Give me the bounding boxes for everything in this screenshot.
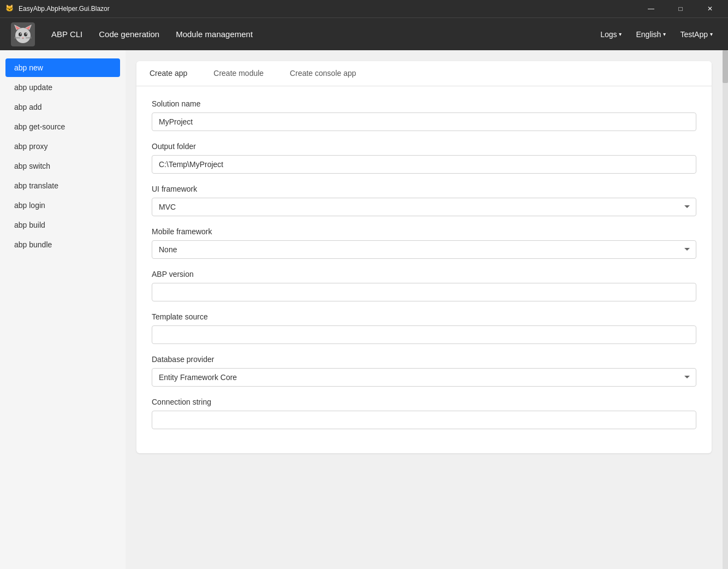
form-group-output-folder: Output folder (152, 142, 696, 174)
svg-point-8 (20, 33, 21, 34)
input-connection-string[interactable] (152, 411, 696, 429)
sidebar-item-abp-new[interactable]: abp new (5, 58, 120, 77)
label-solution-name: Solution name (152, 99, 696, 108)
close-button[interactable]: ✕ (697, 0, 723, 17)
form-group-ui-framework: UI framework MVC Angular Blazor None (152, 185, 696, 216)
svg-point-1 (15, 28, 31, 43)
sidebar-item-abp-get-source[interactable]: abp get-source (5, 117, 120, 136)
scrollbar-thumb[interactable] (723, 50, 728, 83)
nav-module-management[interactable]: Module management (176, 26, 253, 42)
sidebar-item-abp-switch[interactable]: abp switch (5, 157, 120, 175)
content-area: Create app Create module Create console … (126, 50, 723, 569)
sidebar-item-abp-update[interactable]: abp update (5, 78, 120, 97)
tab-create-module[interactable]: Create module (200, 61, 277, 86)
form-group-connection-string: Connection string (152, 398, 696, 429)
input-solution-name[interactable] (152, 112, 696, 131)
label-template-source: Template source (152, 312, 696, 321)
label-output-folder: Output folder (152, 142, 696, 151)
logs-dropdown-arrow: ▾ (619, 31, 622, 37)
window-controls: — □ ✕ (639, 0, 723, 17)
language-dropdown-arrow: ▾ (663, 31, 666, 37)
app-icon: 🐱 (5, 4, 14, 13)
form-group-solution-name: Solution name (152, 99, 696, 131)
sidebar-item-abp-bundle[interactable]: abp bundle (5, 235, 120, 254)
label-database-provider: Database provider (152, 355, 696, 364)
language-dropdown[interactable]: English ▾ (631, 28, 670, 41)
sidebar-item-abp-build[interactable]: abp build (5, 216, 120, 234)
scrollbar[interactable] (723, 50, 728, 569)
svg-point-7 (24, 32, 27, 36)
sidebar: abp new abp update abp add abp get-sourc… (0, 50, 126, 569)
minimize-button[interactable]: — (639, 0, 664, 17)
select-mobile-framework[interactable]: None React Native MAUI (152, 240, 696, 259)
app-dropdown-arrow: ▾ (710, 31, 713, 37)
form-group-abp-version: ABP version (152, 270, 696, 301)
tab-create-console-app[interactable]: Create console app (277, 61, 369, 86)
input-abp-version[interactable] (152, 283, 696, 301)
input-output-folder[interactable] (152, 155, 696, 174)
form-group-database-provider: Database provider Entity Framework Core … (152, 355, 696, 387)
select-database-provider[interactable]: Entity Framework Core MongoDB None (152, 368, 696, 387)
app-logo (11, 22, 35, 46)
input-template-source[interactable] (152, 325, 696, 344)
label-connection-string: Connection string (152, 398, 696, 406)
tabs-bar: Create app Create module Create console … (136, 61, 712, 86)
language-label: English (636, 30, 661, 39)
maximize-button[interactable]: □ (668, 0, 693, 17)
header: ABP CLI Code generation Module managemen… (0, 17, 728, 50)
select-ui-framework[interactable]: MVC Angular Blazor None (152, 198, 696, 216)
nav-abp-cli[interactable]: ABP CLI (51, 26, 82, 42)
main-nav: ABP CLI Code generation Module managemen… (51, 26, 596, 42)
form-group-mobile-framework: Mobile framework None React Native MAUI (152, 227, 696, 259)
form-group-template-source: Template source (152, 312, 696, 344)
logs-dropdown[interactable]: Logs ▾ (596, 28, 626, 41)
label-abp-version: ABP version (152, 270, 696, 278)
label-ui-framework: UI framework (152, 185, 696, 193)
sidebar-item-abp-login[interactable]: abp login (5, 196, 120, 215)
app-dropdown[interactable]: TestApp ▾ (676, 28, 717, 41)
svg-point-6 (19, 32, 22, 36)
header-right: Logs ▾ English ▾ TestApp ▾ (596, 28, 717, 41)
title-bar: 🐱 EasyAbp.AbpHelper.Gui.Blazor — □ ✕ (0, 0, 728, 17)
content-card: Create app Create module Create console … (136, 61, 712, 453)
logs-label: Logs (600, 30, 617, 39)
app-title: EasyAbp.AbpHelper.Gui.Blazor (19, 5, 639, 13)
svg-point-9 (26, 33, 27, 34)
tab-create-app[interactable]: Create app (136, 61, 200, 86)
main-layout: abp new abp update abp add abp get-sourc… (0, 50, 728, 569)
label-mobile-framework: Mobile framework (152, 227, 696, 236)
sidebar-item-abp-proxy[interactable]: abp proxy (5, 137, 120, 156)
sidebar-item-abp-add[interactable]: abp add (5, 98, 120, 116)
nav-code-generation[interactable]: Code generation (99, 26, 159, 42)
form-body: Solution name Output folder UI framework… (136, 86, 712, 453)
sidebar-item-abp-translate[interactable]: abp translate (5, 176, 120, 195)
app-label: TestApp (680, 30, 708, 39)
